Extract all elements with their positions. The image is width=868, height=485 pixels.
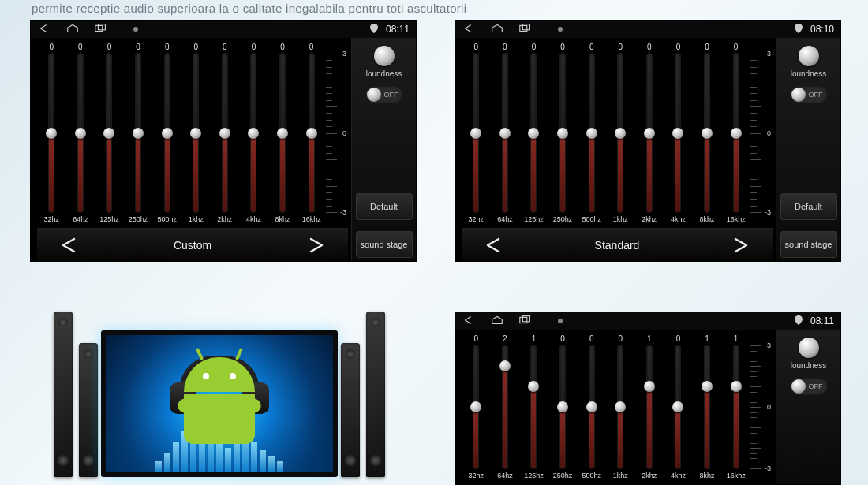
eq-slider[interactable] [647,345,652,468]
eq-slider[interactable] [675,54,680,212]
band-value: 0 [223,43,227,54]
default-button[interactable]: Default [780,193,837,220]
slider-thumb-icon[interactable] [731,381,742,392]
back-icon[interactable] [462,315,476,328]
eq-slider[interactable] [705,54,709,212]
slider-thumb-icon[interactable] [586,401,597,412]
loudness-toggle[interactable]: OFF [790,378,828,395]
loudness-knob-icon[interactable] [374,46,395,66]
preset-next-button[interactable] [293,233,340,257]
slider-thumb-icon[interactable] [470,128,481,139]
band-freq-label: 1khz [613,472,628,484]
slider-thumb-icon[interactable] [615,401,626,412]
loudness-toggle[interactable]: OFF [790,86,828,103]
eq-band: 02khz [635,43,664,228]
band-value: 0 [280,43,285,54]
recent-apps-icon[interactable] [518,23,533,36]
slider-thumb-icon[interactable] [499,128,511,139]
eq-slider[interactable] [251,54,256,212]
default-button[interactable]: Default [356,193,413,220]
slider-thumb-icon[interactable] [672,128,683,139]
eq-slider[interactable] [309,54,314,212]
eq-slider[interactable] [675,345,680,468]
band-value: 0 [78,43,83,54]
eq-slider[interactable] [473,54,478,212]
slider-thumb-icon[interactable] [528,128,539,139]
slider-thumb-icon[interactable] [644,128,655,139]
loudness-knob-icon[interactable] [799,338,819,358]
slider-thumb-icon[interactable] [162,128,173,139]
slider-thumb-icon[interactable] [103,128,114,139]
eq-slider[interactable] [503,345,507,468]
band-freq-label: 4khz [671,215,686,228]
eq-slider[interactable] [618,54,623,212]
sound-stage-button[interactable]: sound stage [356,231,413,258]
back-icon[interactable] [37,23,51,36]
eq-slider[interactable] [589,54,594,212]
slider-thumb-icon[interactable] [731,128,742,139]
preset-prev-button[interactable] [470,233,517,257]
slider-thumb-icon[interactable] [499,360,511,371]
loudness-control[interactable]: loundness [366,46,402,78]
slider-thumb-icon[interactable] [702,381,713,392]
recent-apps-icon[interactable] [518,315,533,328]
eq-slider[interactable] [589,345,594,468]
eq-slider[interactable] [734,54,739,212]
slider-thumb-icon[interactable] [306,128,317,139]
svg-rect-3 [522,24,529,29]
band-freq-label: 500hz [157,215,177,228]
band-freq-label: 64hz [497,472,513,484]
eq-slider[interactable] [136,54,140,212]
slider-thumb-icon[interactable] [248,128,259,139]
eq-slider[interactable] [165,54,170,212]
slider-thumb-icon[interactable] [644,381,655,392]
eq-slider[interactable] [647,54,652,212]
eq-slider[interactable] [531,54,536,212]
eq-slider[interactable] [560,345,565,468]
recent-apps-icon[interactable] [94,23,108,36]
eq-slider[interactable] [503,54,507,212]
preset-next-button[interactable] [717,233,765,257]
slider-thumb-icon[interactable] [702,128,713,139]
eq-slider[interactable] [560,54,565,212]
slider-thumb-icon[interactable] [470,401,481,412]
loudness-toggle[interactable]: OFF [365,86,403,103]
loudness-control[interactable]: loundness [791,338,827,370]
eq-slider[interactable] [705,345,709,468]
slider-thumb-icon[interactable] [615,128,626,139]
eq-slider[interactable] [193,54,198,212]
home-icon[interactable] [490,315,504,328]
slider-thumb-icon[interactable] [219,128,230,139]
eq-slider[interactable] [223,54,227,212]
band-value: 1 [705,334,709,345]
eq-slider[interactable] [531,345,536,468]
eq-slider[interactable] [618,345,623,468]
eq-slider[interactable] [107,54,111,212]
back-icon[interactable] [462,23,476,36]
eq-slider[interactable] [78,54,83,212]
slider-thumb-icon[interactable] [46,128,57,139]
sound-stage-button[interactable]: sound stage [780,231,837,258]
eq-slider[interactable] [734,345,739,468]
slider-thumb-icon[interactable] [277,128,288,139]
eq-slider[interactable] [280,54,285,212]
slider-thumb-icon[interactable] [75,128,86,139]
home-icon[interactable] [490,23,504,36]
band-freq-label: 250hz [129,215,148,228]
eq-bands: 032hz264hz1125hz0250hz0500hz01khz12khz04… [462,334,773,484]
loudness-knob-icon[interactable] [799,46,819,66]
home-icon[interactable] [65,23,80,36]
eq-slider[interactable] [49,54,54,212]
slider-thumb-icon[interactable] [672,401,683,412]
eq-band: 08khz [268,43,297,228]
slider-thumb-icon[interactable] [528,381,539,392]
slider-thumb-icon[interactable] [190,128,201,139]
status-dot-icon [558,319,563,323]
loudness-control[interactable]: loundness [791,46,827,78]
eq-slider[interactable] [473,345,478,468]
slider-thumb-icon[interactable] [557,401,568,412]
preset-prev-button[interactable] [45,233,92,257]
slider-thumb-icon[interactable] [586,128,597,139]
slider-thumb-icon[interactable] [557,128,568,139]
slider-thumb-icon[interactable] [133,128,144,139]
